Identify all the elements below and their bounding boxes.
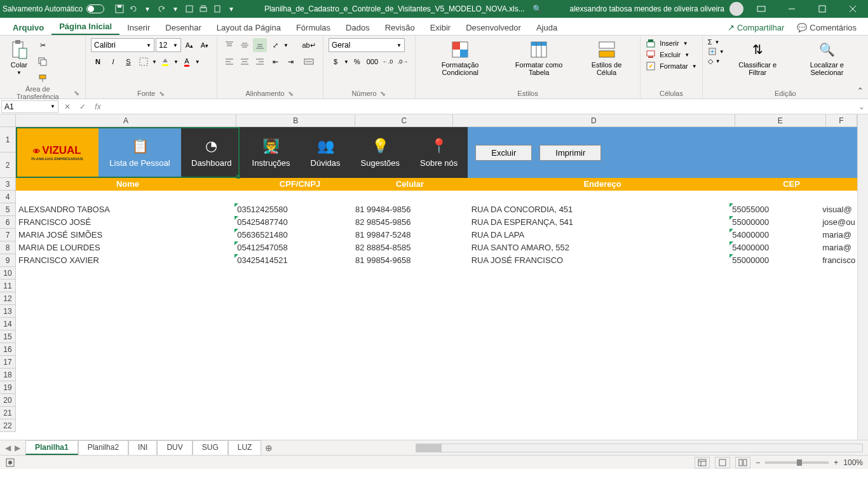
tab-ajuda[interactable]: Ajuda bbox=[529, 20, 565, 35]
cell-cep[interactable]: 55000000 bbox=[729, 254, 820, 267]
col-header-E[interactable]: E bbox=[735, 114, 826, 126]
chevron-down-icon[interactable]: ▾ bbox=[226, 4, 236, 14]
wrap-text-icon[interactable]: ab↵ bbox=[300, 38, 318, 52]
row-header-16[interactable]: 16 bbox=[0, 343, 15, 356]
select-all-corner[interactable] bbox=[0, 114, 16, 127]
sheet-next-icon[interactable]: ▶ bbox=[15, 444, 20, 452]
cell-cep[interactable]: 55055000 bbox=[729, 203, 820, 216]
chevron-down-icon[interactable]: ▾ bbox=[170, 4, 180, 14]
nav-item-dashboard[interactable]: ◔Dashboard bbox=[181, 127, 242, 178]
print-icon[interactable] bbox=[198, 4, 208, 14]
dialog-launcher-icon[interactable]: ⬊ bbox=[158, 90, 165, 97]
zoom-level[interactable]: 100% bbox=[843, 458, 863, 467]
increase-decimal-icon[interactable]: ←.0 bbox=[381, 55, 395, 69]
chevron-down-icon[interactable]: ▼ bbox=[173, 59, 179, 65]
cell-cpf[interactable]: 03512425580 bbox=[234, 203, 353, 216]
tab-revisão[interactable]: Revisão bbox=[377, 20, 423, 35]
cancel-icon[interactable]: ✕ bbox=[60, 102, 75, 111]
expand-formula-icon[interactable]: ⌄ bbox=[855, 102, 868, 111]
align-middle-icon[interactable] bbox=[238, 38, 252, 52]
new-file-icon[interactable] bbox=[212, 4, 222, 14]
indent-increase-icon[interactable]: ⇥ bbox=[283, 55, 297, 69]
normal-view-icon[interactable] bbox=[695, 457, 710, 468]
row-header-11[interactable]: 11 bbox=[0, 280, 15, 292]
cell-email[interactable]: maria@ bbox=[820, 241, 857, 254]
cell-nome[interactable]: FRANCISCO JOSÉ bbox=[16, 216, 234, 229]
page-layout-view-icon[interactable] bbox=[715, 457, 730, 468]
cell-endereco[interactable]: RUA SANTO AMARO, 552 bbox=[450, 241, 730, 254]
tab-desenhar[interactable]: Desenhar bbox=[158, 20, 208, 35]
nav-item-sobre-nós[interactable]: 📍Sobre nós bbox=[410, 127, 468, 178]
cell-endereco[interactable]: RUA DA CONCORDIA, 451 bbox=[450, 203, 730, 216]
col-header-B[interactable]: B bbox=[236, 114, 355, 126]
redo-icon[interactable] bbox=[156, 4, 166, 14]
fill-color-icon[interactable] bbox=[158, 55, 172, 69]
border-icon[interactable] bbox=[137, 55, 151, 69]
row-header-7[interactable]: 7 bbox=[0, 229, 15, 241]
table-row[interactable]: FRANCISCO XAVIER0342541452181 99854-9658… bbox=[16, 254, 857, 267]
indent-decrease-icon[interactable]: ⇤ bbox=[268, 55, 282, 69]
sheet-prev-icon[interactable]: ◀ bbox=[5, 444, 11, 452]
row-header-10[interactable]: 10 bbox=[0, 267, 15, 280]
col-header-C[interactable]: C bbox=[355, 114, 453, 126]
align-center-icon[interactable] bbox=[238, 55, 252, 69]
col-header-F[interactable]: F bbox=[826, 114, 857, 126]
chevron-down-icon[interactable]: ▾ bbox=[142, 4, 153, 14]
row-header-13[interactable]: 13 bbox=[0, 305, 15, 318]
cut-icon[interactable]: ✂ bbox=[36, 38, 50, 52]
row-header-17[interactable]: 17 bbox=[0, 356, 15, 369]
table-row[interactable]: MARIA DE LOURDES0541254705882 88854-8585… bbox=[16, 241, 857, 254]
cell-email[interactable]: maria@ bbox=[820, 229, 857, 241]
tab-página-inicial[interactable]: Página Inicial bbox=[51, 19, 119, 35]
align-top-icon[interactable] bbox=[222, 38, 236, 52]
row-header-9[interactable]: 9 bbox=[0, 254, 15, 267]
align-left-icon[interactable] bbox=[222, 55, 236, 69]
nav-item-instruções[interactable]: 👨‍🏫Instruções bbox=[242, 127, 301, 178]
row-header-18[interactable]: 18 bbox=[0, 369, 15, 381]
cell-endereco[interactable]: RUA DA LAPA bbox=[450, 229, 730, 241]
row-header-8[interactable]: 8 bbox=[0, 241, 15, 254]
search-icon[interactable]: 🔍 bbox=[532, 4, 542, 13]
decrease-font-icon[interactable]: A▾ bbox=[198, 38, 212, 52]
nav-item-dúvidas[interactable]: 👥Dúvidas bbox=[301, 127, 351, 178]
delete-button[interactable]: Excluir bbox=[475, 145, 532, 161]
dialog-launcher-icon[interactable]: ⬊ bbox=[73, 89, 80, 97]
minimize-icon[interactable] bbox=[779, 0, 804, 18]
cell-celular[interactable]: 82 88854-8585 bbox=[353, 241, 450, 254]
cell-nome[interactable]: ALEXSANDRO TABOSA bbox=[16, 203, 234, 216]
horizontal-scrollbar[interactable] bbox=[416, 444, 863, 452]
format-painter-icon[interactable] bbox=[36, 71, 50, 85]
row-header-4[interactable]: 4 bbox=[0, 191, 15, 203]
chevron-down-icon[interactable]: ▼ bbox=[344, 59, 349, 65]
align-right-icon[interactable] bbox=[253, 55, 267, 69]
align-bottom-icon[interactable] bbox=[253, 38, 267, 52]
fill-button[interactable]: ▼ bbox=[708, 47, 724, 56]
cell-nome[interactable]: FRANCISCO XAVIER bbox=[16, 254, 234, 267]
dialog-launcher-icon[interactable]: ⬊ bbox=[287, 90, 295, 97]
delete-button[interactable]: Excluir▼ bbox=[646, 50, 697, 60]
fx-icon[interactable]: fx bbox=[90, 102, 105, 111]
nav-item-sugestões[interactable]: 💡Sugestões bbox=[351, 127, 410, 178]
chevron-down-icon[interactable]: ▼ bbox=[195, 59, 200, 65]
table-row[interactable]: ALEXSANDRO TABOSA0351242558081 99484-985… bbox=[16, 203, 857, 216]
font-size-combo[interactable]: 12▼ bbox=[156, 38, 181, 52]
zoom-slider[interactable] bbox=[765, 461, 829, 464]
copy-icon[interactable] bbox=[36, 55, 50, 69]
qat-icon-1[interactable] bbox=[184, 4, 194, 14]
name-box[interactable]: A1▼ bbox=[1, 100, 58, 113]
cell-cpf[interactable]: 05412547058 bbox=[234, 241, 353, 254]
col-header-A[interactable]: A bbox=[16, 114, 236, 126]
sheet-tab-luz[interactable]: LUZ bbox=[228, 440, 262, 455]
bold-icon[interactable]: N bbox=[91, 55, 105, 69]
comments-button[interactable]: 💬Comentários bbox=[790, 20, 863, 35]
zoom-out-icon[interactable]: − bbox=[756, 458, 760, 467]
add-sheet-icon[interactable]: ⊕ bbox=[261, 443, 276, 453]
cell-email[interactable]: jose@ou bbox=[820, 216, 857, 229]
col-header-D[interactable]: D bbox=[453, 114, 735, 126]
decrease-decimal-icon[interactable]: .0→ bbox=[396, 55, 410, 69]
cell-email[interactable]: francisco bbox=[820, 254, 857, 267]
maximize-icon[interactable] bbox=[810, 0, 835, 18]
percent-icon[interactable]: % bbox=[350, 55, 364, 69]
row-header-22[interactable]: 22 bbox=[0, 419, 15, 432]
dialog-launcher-icon[interactable]: ⬊ bbox=[379, 90, 387, 97]
